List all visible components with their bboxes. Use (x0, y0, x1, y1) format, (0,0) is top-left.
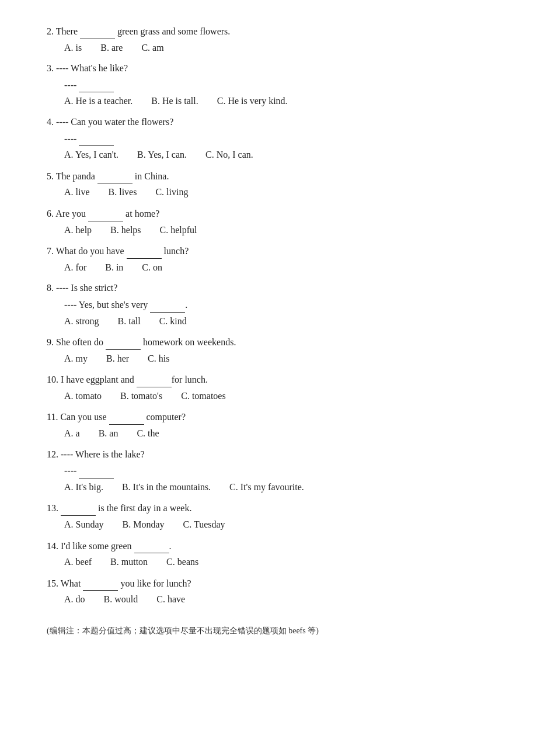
question-number: 8. (47, 283, 56, 293)
option-q6-help: A. help (64, 225, 92, 235)
question-line-q11: 11. Can you use computer? (47, 409, 502, 425)
question-number: 12. (47, 449, 61, 459)
question-line-q6: 6. Are you at home? (47, 206, 502, 221)
question-q8: 8. ---- Is she strict?---- Yes, but she'… (47, 280, 502, 328)
blank (79, 463, 114, 478)
blank (106, 334, 141, 350)
answer-line-q12: ---- (64, 463, 502, 478)
question-number: 10. (47, 374, 61, 384)
option-q2-are: B. are (100, 43, 123, 53)
question-number: 14. (47, 541, 61, 551)
option-q14-beef: A. beef (64, 557, 92, 567)
question-q11: 11. Can you use computer?A. aB. anC. the (47, 409, 502, 441)
options-line-q8: A. strongB. tallC. kind (64, 314, 502, 329)
option-q8-kind: C. kind (159, 316, 187, 326)
answer-line-q4: ---- (64, 131, 502, 147)
question-q5: 5. The panda in China.A. liveB. livesC. … (47, 168, 502, 200)
blank (109, 409, 144, 425)
question-line-q4: 4. ---- Can you water the flowers? (47, 115, 502, 130)
option-q8-strong: A. strong (64, 316, 99, 326)
blank (127, 243, 162, 259)
options-line-q4: A. Yes, I can't.B. Yes, I can.C. No, I c… (64, 147, 502, 162)
option-q12-favourite: C. It's my favourite. (229, 482, 304, 492)
question-line-q5: 5. The panda in China. (47, 168, 502, 184)
option-q15-do: A. do (64, 594, 85, 604)
question-q3: 3. ---- What's he like?---- A. He is a t… (47, 61, 502, 109)
blank (88, 206, 123, 221)
option-q2-am: C. am (141, 43, 163, 53)
options-line-q11: A. aB. anC. the (64, 426, 502, 441)
question-q14: 14. I'd like some green .A. beefB. mutto… (47, 538, 502, 570)
option-q13-sunday: A. Sunday (64, 519, 104, 529)
option-q6-helps: B. helps (110, 225, 141, 235)
answer-line-q3: ---- (64, 77, 502, 93)
option-q5-live: A. live (64, 187, 90, 197)
blank (83, 575, 118, 591)
questions-container: 2. There green grass and some flowers.A.… (47, 23, 502, 607)
blank (61, 500, 96, 516)
answer-line-q8: ---- Yes, but she's very . (64, 297, 502, 313)
question-number: 2. (47, 26, 56, 36)
editor-note-text: (编辑注：本题分值过高；建议选项中尽量不出现完全错误的题项如 beefs 等) (47, 626, 319, 635)
question-line-q13: 13. is the first day in a week. (47, 500, 502, 516)
question-line-q7: 7. What do you have lunch? (47, 243, 502, 259)
option-q11-a: A. a (64, 428, 80, 438)
blank (79, 77, 114, 93)
option-q10-tomato: A. tomato (64, 391, 102, 401)
option-q15-have: C. have (156, 594, 185, 604)
option-q12-big: A. It's big. (64, 482, 103, 492)
option-q11-an: B. an (99, 428, 118, 438)
blank (80, 23, 115, 39)
option-q5-living: C. living (155, 187, 188, 197)
question-line-q3: 3. ---- What's he like? (47, 61, 502, 76)
question-line-q15: 15. What you like for lunch? (47, 575, 502, 591)
question-number: 11. (47, 412, 60, 422)
question-q15: 15. What you like for lunch?A. doB. woul… (47, 575, 502, 607)
question-q9: 9. She often do homework on weekends.A. … (47, 334, 502, 366)
question-line-q2: 2. There green grass and some flowers. (47, 23, 502, 39)
question-number: 13. (47, 503, 61, 513)
editor-note: (编辑注：本题分值过高；建议选项中尽量不出现完全错误的题项如 beefs 等) (47, 625, 502, 637)
question-q4: 4. ---- Can you water the flowers?---- A… (47, 115, 502, 162)
question-q7: 7. What do you have lunch?A. forB. inC. … (47, 243, 502, 275)
option-q10-tomatoes: C. tomatoes (181, 391, 225, 401)
question-number: 4. (47, 117, 56, 127)
option-q14-mutton: B. mutton (110, 557, 148, 567)
question-line-q14: 14. I'd like some green . (47, 538, 502, 554)
option-q4-noican: C. No, I can. (205, 150, 253, 159)
question-number: 3. (47, 63, 56, 73)
option-q7-on: C. on (142, 262, 162, 272)
question-number: 7. (47, 246, 56, 256)
option-q11-the: C. the (137, 428, 159, 438)
options-line-q13: A. SundayB. MondayC. Tuesday (64, 517, 502, 532)
options-line-q5: A. liveB. livesC. living (64, 185, 502, 200)
option-q13-tuesday: C. Tuesday (183, 519, 225, 529)
blank (150, 297, 185, 313)
option-q12-mountains: B. It's in the mountains. (122, 482, 211, 492)
option-q10-tomatos: B. tomato's (120, 391, 162, 401)
question-line-q9: 9. She often do homework on weekends. (47, 334, 502, 350)
option-q3-tall: B. He is tall. (151, 96, 198, 106)
question-line-q10: 10. I have eggplant and for lunch. (47, 372, 502, 387)
options-line-q3: A. He is a teacher.B. He is tall.C. He i… (64, 93, 502, 109)
question-number: 15. (47, 578, 61, 588)
option-q6-helpful: C. helpful (160, 225, 197, 235)
question-q10: 10. I have eggplant and for lunch.A. tom… (47, 372, 502, 403)
blank (97, 168, 132, 184)
options-line-q12: A. It's big.B. It's in the mountains.C. … (64, 480, 502, 495)
options-line-q7: A. forB. inC. on (64, 260, 502, 275)
options-line-q2: A. isB. areC. am (64, 40, 502, 56)
option-q7-for: A. for (64, 262, 86, 272)
option-q7-in: B. in (105, 262, 123, 272)
question-q13: 13. is the first day in a week.A. Sunday… (47, 500, 502, 532)
question-q2: 2. There green grass and some flowers.A.… (47, 23, 502, 55)
option-q15-would: B. would (104, 594, 138, 604)
question-line-q8: 8. ---- Is she strict? (47, 280, 502, 296)
options-line-q6: A. helpB. helpsC. helpful (64, 223, 502, 238)
options-line-q15: A. doB. wouldC. have (64, 592, 502, 607)
option-q9-his: C. his (148, 353, 169, 363)
option-q9-her: B. her (106, 353, 129, 363)
option-q4-can: B. Yes, I can. (137, 150, 187, 159)
blank (137, 372, 172, 387)
question-q12: 12. ---- Where is the lake?---- A. It's … (47, 447, 502, 495)
